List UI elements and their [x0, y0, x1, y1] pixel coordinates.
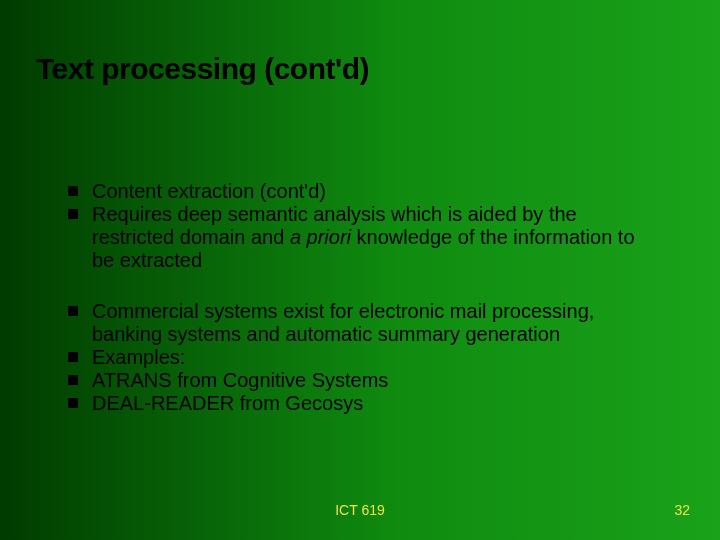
bullet-text: Content extraction (cont'd): [92, 180, 660, 203]
bullet-text: Requires deep semantic analysis which is…: [92, 203, 660, 272]
bullet-text: Examples:: [92, 346, 660, 369]
slide: Text processing (cont'd) Content extract…: [0, 0, 720, 540]
list-item: ATRANS from Cognitive Systems: [68, 369, 660, 392]
bullet-marker-icon: [68, 352, 78, 362]
list-item: Examples:: [68, 346, 660, 369]
italic-text: a priori: [290, 226, 351, 248]
bullet-text: ATRANS from Cognitive Systems: [92, 369, 660, 392]
bullet-marker-icon: [68, 306, 78, 316]
bullet-group-2: Commercial systems exist for electronic …: [68, 300, 660, 415]
slide-content: Content extraction (cont'd) Requires dee…: [68, 180, 660, 415]
bullet-marker-icon: [68, 375, 78, 385]
slide-title: Text processing (cont'd): [36, 52, 369, 86]
list-item: Content extraction (cont'd): [68, 180, 660, 203]
bullet-group-1: Content extraction (cont'd) Requires dee…: [68, 180, 660, 272]
bullet-marker-icon: [68, 186, 78, 196]
list-item: Requires deep semantic analysis which is…: [68, 203, 660, 272]
list-item: DEAL-READER from Gecosys: [68, 392, 660, 415]
bullet-marker-icon: [68, 398, 78, 408]
list-item: Commercial systems exist for electronic …: [68, 300, 660, 346]
bullet-marker-icon: [68, 209, 78, 219]
footer-course-code: ICT 619: [0, 502, 720, 518]
footer-slide-number: 32: [674, 502, 690, 518]
bullet-text: DEAL-READER from Gecosys: [92, 392, 660, 415]
bullet-text: Commercial systems exist for electronic …: [92, 300, 660, 346]
